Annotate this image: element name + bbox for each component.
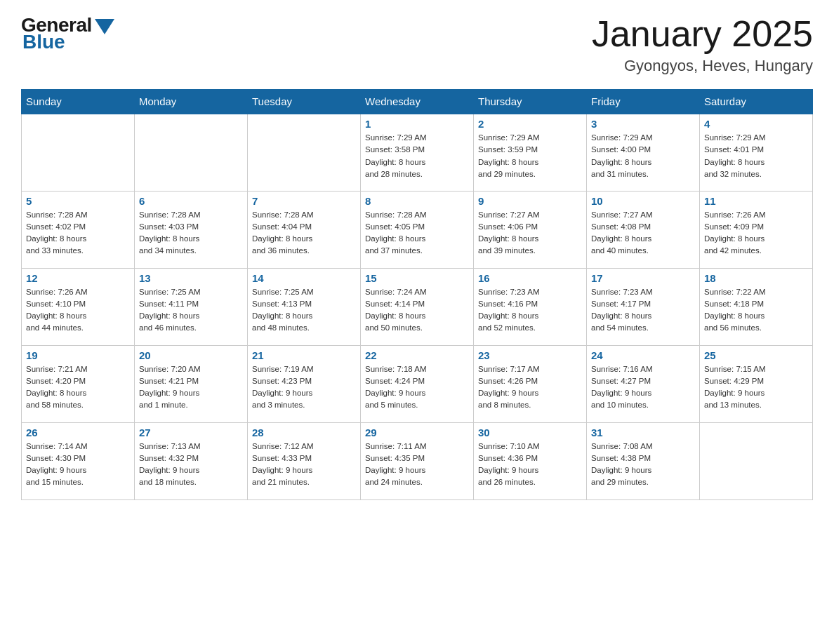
day-info: Sunrise: 7:22 AM Sunset: 4:18 PM Dayligh… <box>704 286 808 335</box>
day-number: 24 <box>591 349 695 361</box>
day-info: Sunrise: 7:28 AM Sunset: 4:02 PM Dayligh… <box>26 209 130 257</box>
day-info: Sunrise: 7:16 AM Sunset: 4:27 PM Dayligh… <box>591 363 695 412</box>
day-number: 27 <box>139 427 243 438</box>
day-number: 18 <box>704 272 808 284</box>
calendar-cell <box>700 422 813 499</box>
day-info: Sunrise: 7:11 AM Sunset: 4:35 PM Dayligh… <box>365 441 469 489</box>
calendar-week-4: 19Sunrise: 7:21 AM Sunset: 4:20 PM Dayli… <box>22 345 813 422</box>
day-info: Sunrise: 7:21 AM Sunset: 4:20 PM Dayligh… <box>26 363 130 412</box>
day-number: 20 <box>139 349 243 361</box>
title-section: January 2025 Gyongyos, Heves, Hungary <box>592 14 813 75</box>
calendar-cell: 9Sunrise: 7:27 AM Sunset: 4:06 PM Daylig… <box>474 191 587 268</box>
calendar-cell <box>135 114 248 191</box>
calendar-cell: 8Sunrise: 7:28 AM Sunset: 4:05 PM Daylig… <box>361 191 474 268</box>
calendar-cell: 2Sunrise: 7:29 AM Sunset: 3:59 PM Daylig… <box>474 114 587 191</box>
day-header-saturday: Saturday <box>700 90 813 114</box>
calendar-week-1: 1Sunrise: 7:29 AM Sunset: 3:58 PM Daylig… <box>22 114 813 191</box>
day-number: 4 <box>704 118 808 130</box>
day-header-friday: Friday <box>587 90 700 114</box>
logo-arrow-icon <box>95 19 114 34</box>
calendar-cell: 30Sunrise: 7:10 AM Sunset: 4:36 PM Dayli… <box>474 422 587 499</box>
day-number: 22 <box>365 349 469 361</box>
day-info: Sunrise: 7:24 AM Sunset: 4:14 PM Dayligh… <box>365 286 469 335</box>
day-info: Sunrise: 7:27 AM Sunset: 4:06 PM Dayligh… <box>478 209 582 257</box>
day-info: Sunrise: 7:26 AM Sunset: 4:09 PM Dayligh… <box>704 209 808 257</box>
day-info: Sunrise: 7:14 AM Sunset: 4:30 PM Dayligh… <box>26 441 130 489</box>
logo: General Blue <box>21 14 114 53</box>
day-info: Sunrise: 7:18 AM Sunset: 4:24 PM Dayligh… <box>365 363 469 412</box>
calendar-cell: 4Sunrise: 7:29 AM Sunset: 4:01 PM Daylig… <box>700 114 813 191</box>
day-info: Sunrise: 7:25 AM Sunset: 4:13 PM Dayligh… <box>252 286 356 335</box>
day-info: Sunrise: 7:29 AM Sunset: 4:01 PM Dayligh… <box>704 132 808 180</box>
day-info: Sunrise: 7:20 AM Sunset: 4:21 PM Dayligh… <box>139 363 243 412</box>
calendar-subtitle: Gyongyos, Heves, Hungary <box>592 57 813 75</box>
calendar-cell: 25Sunrise: 7:15 AM Sunset: 4:29 PM Dayli… <box>700 345 813 422</box>
day-number: 25 <box>704 349 808 361</box>
calendar-cell: 11Sunrise: 7:26 AM Sunset: 4:09 PM Dayli… <box>700 191 813 268</box>
calendar-cell <box>22 114 135 191</box>
calendar-cell: 3Sunrise: 7:29 AM Sunset: 4:00 PM Daylig… <box>587 114 700 191</box>
day-info: Sunrise: 7:26 AM Sunset: 4:10 PM Dayligh… <box>26 286 130 335</box>
calendar-cell: 5Sunrise: 7:28 AM Sunset: 4:02 PM Daylig… <box>22 191 135 268</box>
calendar-cell: 26Sunrise: 7:14 AM Sunset: 4:30 PM Dayli… <box>22 422 135 499</box>
day-number: 26 <box>26 427 130 438</box>
day-number: 2 <box>478 118 582 130</box>
calendar-cell: 18Sunrise: 7:22 AM Sunset: 4:18 PM Dayli… <box>700 268 813 345</box>
day-number: 3 <box>591 118 695 130</box>
calendar-cell: 6Sunrise: 7:28 AM Sunset: 4:03 PM Daylig… <box>135 191 248 268</box>
day-info: Sunrise: 7:23 AM Sunset: 4:16 PM Dayligh… <box>478 286 582 335</box>
day-number: 9 <box>478 195 582 207</box>
day-info: Sunrise: 7:10 AM Sunset: 4:36 PM Dayligh… <box>478 441 582 489</box>
day-number: 5 <box>26 195 130 207</box>
calendar-cell: 22Sunrise: 7:18 AM Sunset: 4:24 PM Dayli… <box>361 345 474 422</box>
calendar-cell: 12Sunrise: 7:26 AM Sunset: 4:10 PM Dayli… <box>22 268 135 345</box>
day-header-tuesday: Tuesday <box>248 90 361 114</box>
calendar-cell: 21Sunrise: 7:19 AM Sunset: 4:23 PM Dayli… <box>248 345 361 422</box>
header: General Blue January 2025 Gyongyos, Heve… <box>21 14 813 75</box>
day-header-sunday: Sunday <box>22 90 135 114</box>
day-number: 1 <box>365 118 469 130</box>
calendar-cell: 1Sunrise: 7:29 AM Sunset: 3:58 PM Daylig… <box>361 114 474 191</box>
calendar-cell <box>248 114 361 191</box>
calendar-cell: 27Sunrise: 7:13 AM Sunset: 4:32 PM Dayli… <box>135 422 248 499</box>
day-number: 31 <box>591 427 695 438</box>
day-info: Sunrise: 7:25 AM Sunset: 4:11 PM Dayligh… <box>139 286 243 335</box>
calendar-cell: 28Sunrise: 7:12 AM Sunset: 4:33 PM Dayli… <box>248 422 361 499</box>
day-header-thursday: Thursday <box>474 90 587 114</box>
day-info: Sunrise: 7:27 AM Sunset: 4:08 PM Dayligh… <box>591 209 695 257</box>
calendar-week-3: 12Sunrise: 7:26 AM Sunset: 4:10 PM Dayli… <box>22 268 813 345</box>
day-number: 13 <box>139 272 243 284</box>
day-number: 6 <box>139 195 243 207</box>
day-number: 10 <box>591 195 695 207</box>
day-number: 16 <box>478 272 582 284</box>
day-number: 29 <box>365 427 469 438</box>
calendar-title: January 2025 <box>592 14 813 54</box>
day-header-wednesday: Wednesday <box>361 90 474 114</box>
day-info: Sunrise: 7:29 AM Sunset: 4:00 PM Dayligh… <box>591 132 695 180</box>
calendar-table: SundayMondayTuesdayWednesdayThursdayFrid… <box>21 89 813 500</box>
day-info: Sunrise: 7:13 AM Sunset: 4:32 PM Dayligh… <box>139 441 243 489</box>
calendar-cell: 31Sunrise: 7:08 AM Sunset: 4:38 PM Dayli… <box>587 422 700 499</box>
day-info: Sunrise: 7:15 AM Sunset: 4:29 PM Dayligh… <box>704 363 808 412</box>
day-number: 21 <box>252 349 356 361</box>
day-info: Sunrise: 7:23 AM Sunset: 4:17 PM Dayligh… <box>591 286 695 335</box>
day-info: Sunrise: 7:19 AM Sunset: 4:23 PM Dayligh… <box>252 363 356 412</box>
day-number: 12 <box>26 272 130 284</box>
day-info: Sunrise: 7:29 AM Sunset: 3:59 PM Dayligh… <box>478 132 582 180</box>
calendar-week-2: 5Sunrise: 7:28 AM Sunset: 4:02 PM Daylig… <box>22 191 813 268</box>
day-info: Sunrise: 7:29 AM Sunset: 3:58 PM Dayligh… <box>365 132 469 180</box>
calendar-cell: 13Sunrise: 7:25 AM Sunset: 4:11 PM Dayli… <box>135 268 248 345</box>
calendar-header-row: SundayMondayTuesdayWednesdayThursdayFrid… <box>22 90 813 114</box>
day-number: 17 <box>591 272 695 284</box>
day-info: Sunrise: 7:28 AM Sunset: 4:04 PM Dayligh… <box>252 209 356 257</box>
calendar-cell: 23Sunrise: 7:17 AM Sunset: 4:26 PM Dayli… <box>474 345 587 422</box>
calendar-cell: 29Sunrise: 7:11 AM Sunset: 4:35 PM Dayli… <box>361 422 474 499</box>
calendar-cell: 10Sunrise: 7:27 AM Sunset: 4:08 PM Dayli… <box>587 191 700 268</box>
day-info: Sunrise: 7:08 AM Sunset: 4:38 PM Dayligh… <box>591 441 695 489</box>
day-header-monday: Monday <box>135 90 248 114</box>
calendar-cell: 19Sunrise: 7:21 AM Sunset: 4:20 PM Dayli… <box>22 345 135 422</box>
calendar-cell: 16Sunrise: 7:23 AM Sunset: 4:16 PM Dayli… <box>474 268 587 345</box>
calendar-cell: 15Sunrise: 7:24 AM Sunset: 4:14 PM Dayli… <box>361 268 474 345</box>
day-info: Sunrise: 7:12 AM Sunset: 4:33 PM Dayligh… <box>252 441 356 489</box>
day-number: 11 <box>704 195 808 207</box>
